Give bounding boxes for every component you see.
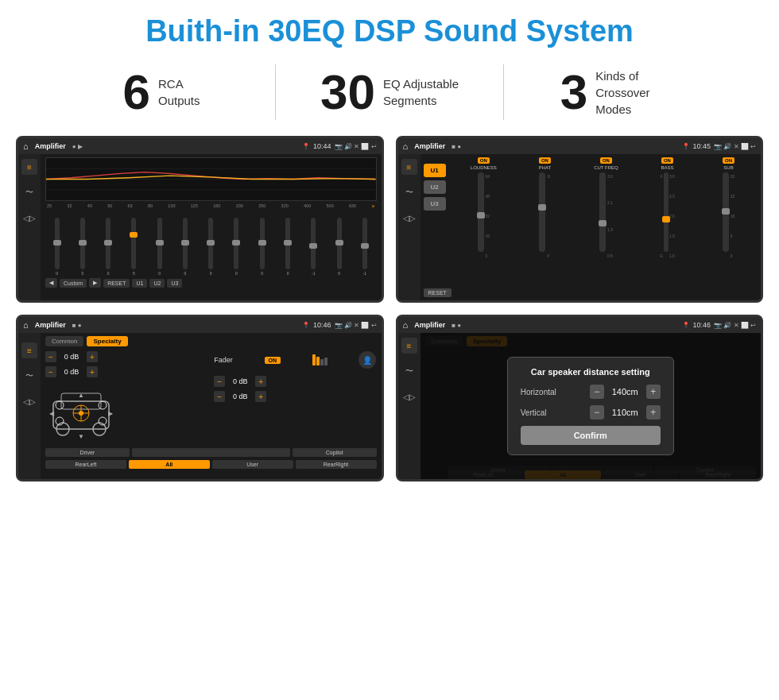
eq-icon-1[interactable]: ≡: [21, 159, 37, 175]
phat-slider[interactable]: [539, 172, 545, 252]
eq-u2[interactable]: U2: [149, 279, 165, 288]
u2-button[interactable]: U2: [424, 180, 446, 194]
vertical-plus[interactable]: +: [646, 405, 661, 420]
dialog-icon-3[interactable]: ◁▷: [401, 389, 417, 404]
vol-row-3: − 0 dB +: [214, 376, 376, 387]
amp-icon-2[interactable]: 〜: [401, 184, 417, 200]
horizontal-control: − 140cm +: [590, 385, 661, 399]
screen1-dots: ● ▶: [72, 143, 83, 150]
slider-6[interactable]: 0: [173, 218, 196, 276]
amp-icon-3[interactable]: ◁▷: [401, 210, 417, 226]
cutfreq-label: CUT FREQ: [594, 165, 618, 170]
vol-row-4: − 0 dB +: [214, 391, 376, 402]
fader-icon-2[interactable]: 〜: [21, 368, 37, 384]
bass-slider-f[interactable]: [664, 172, 669, 252]
loudness-slider[interactable]: [478, 172, 484, 252]
vol4-value: 0 dB: [228, 393, 252, 400]
stat-rca-label: RCAOutputs: [158, 75, 200, 109]
eq-icon-2[interactable]: 〜: [21, 184, 37, 200]
page-title: Buith-in 30EQ DSP Sound System: [0, 0, 779, 56]
slider-2[interactable]: 0: [71, 218, 94, 276]
eq-reset[interactable]: RESET: [103, 279, 130, 288]
dialog-main-area: Common Specialty Car speaker distance se…: [421, 333, 762, 479]
dialog-icon-1[interactable]: ≡: [401, 338, 417, 354]
loudness-group: ON LOUDNESS 644832160: [455, 157, 513, 297]
screen3-title: Amplifier: [35, 321, 66, 329]
vertical-minus[interactable]: −: [590, 405, 604, 420]
eq-left-icons: ≡ 〜 ◁▷: [18, 154, 41, 300]
sub-slider[interactable]: [723, 172, 729, 252]
svg-point-8: [99, 401, 107, 409]
fader-icon-1[interactable]: ≡: [21, 342, 37, 358]
screen4-icons: 📷 🔊 ✕ ⬜ ↩: [714, 322, 756, 329]
vol3-value: 0 dB: [228, 377, 252, 385]
fader-text-label: Fader: [214, 356, 233, 364]
all-btn[interactable]: All: [129, 460, 210, 469]
fader-person-icon[interactable]: 👤: [358, 351, 376, 369]
sub-on: ON: [723, 157, 734, 164]
horizontal-label: Horizontal: [521, 388, 556, 396]
dialog-content: ≡ 〜 ◁▷ Common Specialty Car speaker dist…: [398, 333, 762, 479]
eq-u1[interactable]: U1: [132, 279, 147, 288]
vol4-minus[interactable]: −: [214, 391, 225, 402]
eq-next[interactable]: ▶: [89, 278, 101, 288]
slider-7[interactable]: 0: [200, 218, 223, 276]
eq-u3[interactable]: U3: [167, 279, 182, 288]
u3-button[interactable]: U3: [424, 197, 446, 211]
vol2-minus[interactable]: −: [45, 366, 56, 377]
vol3-minus[interactable]: −: [214, 376, 225, 387]
cutfreq-slider[interactable]: [599, 172, 606, 252]
slider-10[interactable]: 0: [276, 218, 299, 276]
slider-9[interactable]: 0: [250, 218, 273, 276]
phat-label: PHAT: [539, 165, 552, 170]
u1-button[interactable]: U1: [424, 164, 446, 177]
vol1-plus[interactable]: +: [87, 351, 98, 362]
copilot-btn[interactable]: Copilot: [293, 448, 377, 457]
slider-8[interactable]: 0: [225, 218, 248, 276]
eq-icon-3[interactable]: ◁▷: [21, 210, 37, 226]
slider-5[interactable]: 0: [148, 218, 171, 276]
amp-icon-1[interactable]: ≡: [401, 159, 417, 175]
tab-common[interactable]: Common: [45, 336, 83, 346]
stat-eq-label: EQ AdjustableSegments: [383, 75, 459, 109]
slider-13[interactable]: -1: [353, 218, 376, 276]
slider-3[interactable]: 0: [97, 218, 120, 276]
tab-specialty[interactable]: Specialty: [87, 336, 127, 346]
rearright-btn[interactable]: RearRight: [296, 460, 377, 469]
phat-group: ON PHAT GF: [516, 157, 574, 297]
horizontal-plus[interactable]: +: [646, 385, 661, 399]
confirm-button[interactable]: Confirm: [521, 426, 661, 445]
eq-custom[interactable]: Custom: [60, 279, 87, 288]
slider-12[interactable]: 0: [327, 218, 351, 276]
fader-inner: − 0 dB + − 0 dB +: [45, 351, 377, 445]
fader-left-icons: ≡ 〜 ◁▷: [18, 333, 41, 479]
stat-eq-number: 30: [320, 68, 375, 117]
svg-point-14: [79, 411, 83, 416]
location-icon-2: 📍: [682, 143, 690, 150]
amp-reset-button[interactable]: RESET: [424, 288, 452, 297]
fader-icon-3[interactable]: ◁▷: [21, 393, 37, 409]
vol1-minus[interactable]: −: [45, 351, 56, 362]
vol4-plus[interactable]: +: [255, 391, 266, 402]
driver-btn[interactable]: Driver: [45, 448, 130, 457]
stats-row: 6 RCAOutputs 30 EQ AdjustableSegments 3 …: [0, 56, 779, 132]
vol3-plus[interactable]: +: [255, 376, 266, 387]
loudness-label: LOUDNESS: [471, 165, 497, 170]
eq-main-area: 2532405063 80100125160200 25032040050063…: [41, 154, 382, 300]
bass-group: ON BASS FG 3.02.52.01.51.0: [638, 157, 696, 297]
vertical-label: Vertical: [521, 408, 547, 417]
home-icon-4: ⌂: [403, 320, 409, 330]
amp-main-area: U1 U2 U3 RESET ON LOUDNESS: [421, 154, 762, 300]
eq-prev[interactable]: ◀: [45, 278, 57, 288]
horizontal-minus[interactable]: −: [590, 385, 604, 399]
slider-11[interactable]: -1: [302, 218, 325, 276]
stat-rca: 6 RCAOutputs: [48, 68, 275, 117]
screen2-indicators: ■ ●: [452, 143, 461, 150]
screen1-time: 10:44: [313, 142, 331, 150]
rearleft-btn[interactable]: RearLeft: [45, 460, 126, 469]
dialog-icon-2[interactable]: 〜: [401, 363, 417, 379]
user-btn[interactable]: User: [212, 460, 293, 469]
slider-4[interactable]: 5: [122, 218, 145, 276]
slider-1[interactable]: 0: [45, 218, 68, 276]
vol2-plus[interactable]: +: [87, 366, 98, 377]
